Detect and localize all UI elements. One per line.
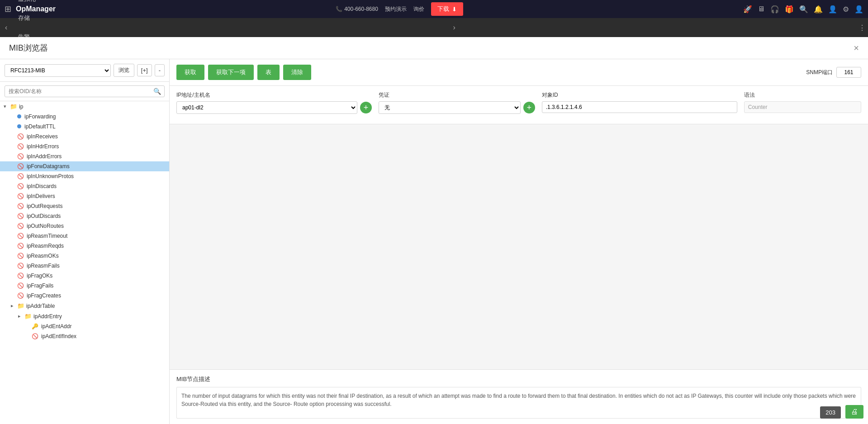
add-mib-button[interactable]: [+] xyxy=(137,64,152,76)
ip-field-row: ap01-dl2 + xyxy=(176,101,372,114)
nav-next-arrow[interactable]: › xyxy=(451,24,458,32)
tree-item[interactable]: 🚫ipInReceives xyxy=(0,132,169,141)
ip-select[interactable]: ap01-dl2 xyxy=(176,101,357,114)
tree-item[interactable]: 🚫ipInUnknownProtos xyxy=(0,171,169,181)
close-button[interactable]: × xyxy=(854,43,859,53)
snmp-port-label: SNMP端口 xyxy=(806,69,833,76)
monitor-icon[interactable]: 🖥 xyxy=(758,5,765,13)
red-ban-icon: 🚫 xyxy=(17,292,25,299)
tree-toggle-icon[interactable]: ▸ xyxy=(18,313,24,319)
page-title: MIB浏览器 xyxy=(9,42,48,53)
tree-item[interactable]: 🚫ipInDelivers xyxy=(0,191,169,201)
red-ban-icon: 🚫 xyxy=(17,163,25,170)
search-input[interactable] xyxy=(5,85,165,97)
search-button[interactable]: 🔍 xyxy=(153,88,161,95)
phone-info: 📞 400-660-8680 xyxy=(336,6,378,12)
tree-item-label: ipOutRequests xyxy=(27,203,62,209)
folder-icon: 📁 xyxy=(10,103,17,110)
left-panel-header: RFC1213-MIB 浏览 [+] - xyxy=(0,59,169,82)
syntax-group: 语法 xyxy=(744,91,861,113)
nav-item-虚拟化[interactable]: 虚拟化 xyxy=(10,0,50,9)
tree-item-label: ipInAddrErrors xyxy=(27,153,62,160)
data-area xyxy=(170,124,868,369)
settings-icon[interactable]: ⚙ xyxy=(843,5,849,14)
blue-folder-icon: 📁 xyxy=(17,302,24,309)
tree-item[interactable]: ipForwarding xyxy=(0,112,169,122)
tree-item[interactable]: ipDefaultTTL xyxy=(0,122,169,132)
description-area: MIB节点描述 The number of input datagrams fo… xyxy=(170,369,868,424)
tree-item-label: ipInReceives xyxy=(27,133,58,140)
tree-item[interactable]: 🚫ipOutNoRoutes xyxy=(0,221,169,231)
phone-icon: 📞 xyxy=(336,6,342,12)
clear-button[interactable]: 清除 xyxy=(283,65,311,80)
blue-dot-icon xyxy=(17,113,23,120)
red-ban-icon: 🚫 xyxy=(17,223,25,229)
tree-item[interactable]: 🚫ipInDiscards xyxy=(0,181,169,191)
get-button[interactable]: 获取 xyxy=(176,65,204,80)
tree-item[interactable]: 🚫ipForwDatagrams xyxy=(0,161,169,171)
tree-item[interactable]: 🚫ipReasmReqds xyxy=(0,241,169,251)
syntax-input xyxy=(744,101,861,113)
tree-item[interactable]: 🚫ipOutRequests xyxy=(0,201,169,211)
mib-select[interactable]: RFC1213-MIB xyxy=(5,64,111,77)
add-cert-button[interactable]: + xyxy=(523,102,535,113)
bell-icon[interactable]: 🔔 xyxy=(814,5,823,14)
snmp-port-input[interactable] xyxy=(836,67,861,78)
tree-toggle-icon[interactable]: ▾ xyxy=(4,104,10,109)
tree-item[interactable]: 🚫ipInAddrErrors xyxy=(0,151,169,161)
cert-select[interactable]: 无 xyxy=(379,101,521,114)
profile-icon[interactable]: 👤 xyxy=(854,5,863,14)
table-button[interactable]: 表 xyxy=(257,65,280,80)
tree-item[interactable]: 🚫ipReasmOKs xyxy=(0,251,169,261)
tree-item[interactable]: 🚫ipFragOKs xyxy=(0,271,169,281)
tree-item-label: ipReasmTimeout xyxy=(27,233,67,239)
tree-item[interactable]: 🚫ipAdEntIfIndex xyxy=(0,331,169,341)
red-ban-icon: 🚫 xyxy=(17,193,25,199)
user-icon[interactable]: 👤 xyxy=(828,5,837,14)
demo-link[interactable]: 预约演示 xyxy=(385,5,407,13)
syntax-field-row xyxy=(744,101,861,113)
tree-item[interactable]: 🔑ipAdEntAddr xyxy=(0,321,169,331)
price-link[interactable]: 询价 xyxy=(413,5,424,13)
remove-mib-button[interactable]: - xyxy=(155,64,165,76)
tree-item[interactable]: 🚫ipInHdrErrors xyxy=(0,141,169,151)
phone-number: 400-660-8680 xyxy=(344,6,378,12)
download-button[interactable]: 下载 ⬇ xyxy=(431,2,463,16)
red-ban-icon: 🚫 xyxy=(17,253,25,259)
search-container: 🔍 xyxy=(0,82,169,101)
tree-item[interactable]: 🚫ipReasmTimeout xyxy=(0,231,169,241)
print-button[interactable]: 🖨 xyxy=(845,405,863,419)
search-icon[interactable]: 🔍 xyxy=(799,5,808,14)
red-ban-icon: 🚫 xyxy=(17,203,25,209)
nav-item-存储[interactable]: 存储 xyxy=(10,9,50,28)
get-next-button[interactable]: 获取下一项 xyxy=(208,65,254,80)
nav-more-icon[interactable]: ⋮ xyxy=(859,24,866,32)
nav-prev-arrow[interactable]: ‹ xyxy=(2,24,10,32)
red-ban-icon: 🚫 xyxy=(17,143,25,150)
oid-input[interactable] xyxy=(542,101,737,113)
print-icon: 🖨 xyxy=(851,408,858,415)
add-ip-button[interactable]: + xyxy=(360,102,372,113)
tree-item-label: ipReasmOKs xyxy=(27,253,59,259)
tree-toggle-icon[interactable]: ▸ xyxy=(11,303,17,309)
ip-label: IP地址/主机名 xyxy=(176,91,372,99)
tree-item-label: ipDefaultTTL xyxy=(24,123,56,130)
tree-item[interactable]: ▾📁ip xyxy=(0,101,169,112)
tree-container[interactable]: ▾📁ipipForwardingipDefaultTTL🚫ipInReceive… xyxy=(0,101,169,424)
tree-item[interactable]: ▸📁ipAddrEntry xyxy=(0,311,169,321)
gift-icon[interactable]: 🎁 xyxy=(785,5,794,14)
red-ban-icon: 🚫 xyxy=(17,283,25,289)
tree-item-label: ipInDelivers xyxy=(27,193,55,199)
header-right: 🚀 🖥 🎧 🎁 🔍 🔔 👤 ⚙ 👤 xyxy=(743,5,863,14)
rocket-icon[interactable]: 🚀 xyxy=(743,5,752,14)
tree-item[interactable]: 🚫ipOutDiscards xyxy=(0,211,169,221)
cert-field-row: 无 + xyxy=(379,101,535,114)
headset-icon[interactable]: 🎧 xyxy=(770,5,779,14)
tree-item[interactable]: 🚫ipFragCreates xyxy=(0,291,169,301)
tree-item[interactable]: ▸📁ipAddrTable xyxy=(0,301,169,311)
red-ban-icon: 🚫 xyxy=(17,133,25,140)
tree-item-label: ipForwDatagrams xyxy=(27,163,70,170)
browse-button[interactable]: 浏览 xyxy=(114,64,134,77)
tree-item[interactable]: 🚫ipReasmFails xyxy=(0,261,169,271)
tree-item[interactable]: 🚫ipFragFails xyxy=(0,281,169,291)
